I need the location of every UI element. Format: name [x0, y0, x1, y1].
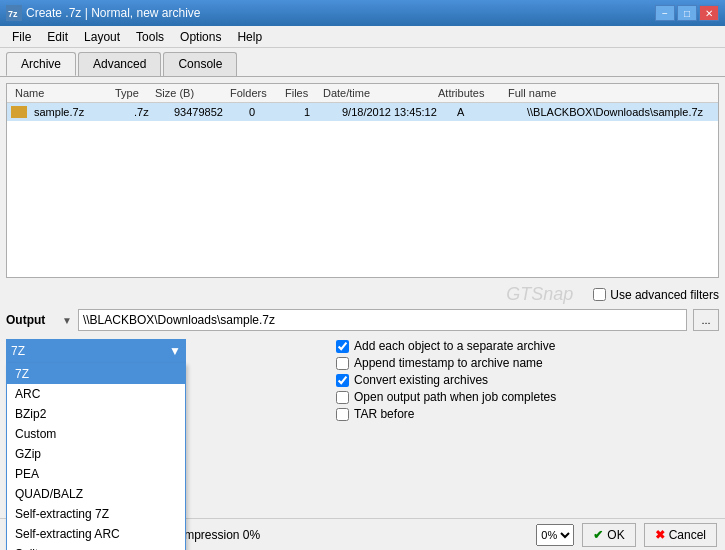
cancel-label: Cancel — [669, 528, 706, 542]
file-list-header: Name Type Size (B) Folders Files Date/ti… — [7, 84, 718, 103]
format-select-wrapper: 7Z ▼ 7Z ARC BZip2 Custom GZip PEA QUAD/B… — [6, 339, 186, 363]
checkbox-tarbefore[interactable] — [336, 408, 349, 421]
menu-file[interactable]: File — [4, 28, 39, 46]
output-label: Output — [6, 313, 56, 327]
tab-advanced[interactable]: Advanced — [78, 52, 161, 76]
output-arrow: ▼ — [62, 315, 72, 326]
compression-select[interactable]: 0% — [536, 524, 574, 546]
menu-help[interactable]: Help — [229, 28, 270, 46]
dropdown-item-pea[interactable]: PEA — [7, 464, 185, 484]
checkbox-label-separate: Add each object to a separate archive — [354, 339, 555, 353]
checkbox-openpath[interactable] — [336, 391, 349, 404]
dropdown-item-sfx7z[interactable]: Self-extracting 7Z — [7, 504, 185, 524]
file-list-container: Name Type Size (B) Folders Files Date/ti… — [6, 83, 719, 278]
dropdown-item-gzip[interactable]: GZip — [7, 444, 185, 464]
header-type: Type — [111, 86, 151, 100]
cell-name: sample.7z — [30, 105, 130, 119]
table-row[interactable]: sample.7z .7z 93479852 0 1 9/18/2012 13:… — [7, 103, 718, 121]
format-selected-value: 7Z — [11, 344, 25, 358]
ok-label: OK — [607, 528, 624, 542]
cell-type: .7z — [130, 105, 170, 119]
dropdown-item-custom[interactable]: Custom — [7, 424, 185, 444]
cell-fullname: \\BLACKBOX\Downloads\sample.7z — [523, 105, 714, 119]
cell-size: 93479852 — [170, 105, 245, 119]
dropdown-item-7z[interactable]: 7Z — [7, 364, 185, 384]
tab-bar: Archive Advanced Console — [0, 48, 725, 77]
checkbox-label-timestamp: Append timestamp to archive name — [354, 356, 543, 370]
tab-archive[interactable]: Archive — [6, 52, 76, 76]
checkbox-row-timestamp: Append timestamp to archive name — [336, 356, 719, 370]
header-size: Size (B) — [151, 86, 226, 100]
cell-folders: 0 — [245, 105, 300, 119]
menu-bar: File Edit Layout Tools Options Help — [0, 26, 725, 48]
dropdown-item-split[interactable]: Split — [7, 544, 185, 550]
dropdown-item-arc[interactable]: ARC — [7, 384, 185, 404]
cancel-x-icon: ✖ — [655, 528, 665, 542]
advanced-filters-text: Use advanced filters — [610, 288, 719, 302]
browse-button[interactable]: ... — [693, 309, 719, 331]
format-dropdown-list: 7Z ARC BZip2 Custom GZip PEA QUAD/BALZ S… — [6, 363, 186, 550]
checkbox-row-convert: Convert existing archives — [336, 373, 719, 387]
title-bar: 7z Create .7z | Normal, new archive − □ … — [0, 0, 725, 26]
file-icon — [11, 106, 27, 118]
cancel-button[interactable]: ✖ Cancel — [644, 523, 717, 547]
window-title: Create .7z | Normal, new archive — [26, 6, 201, 20]
checkbox-convert[interactable] — [336, 374, 349, 387]
minimize-button[interactable]: − — [655, 5, 675, 21]
advanced-filters-label[interactable]: Use advanced filters — [593, 288, 719, 302]
checkbox-row-openpath: Open output path when job completes — [336, 390, 719, 404]
header-files: Files — [281, 86, 319, 100]
close-button[interactable]: ✕ — [699, 5, 719, 21]
menu-options[interactable]: Options — [172, 28, 229, 46]
advanced-filters-checkbox[interactable] — [593, 288, 606, 301]
main-content: Name Type Size (B) Folders Files Date/ti… — [0, 77, 725, 519]
svg-text:7z: 7z — [8, 9, 18, 19]
format-dropdown-arrow: ▼ — [169, 344, 181, 358]
menu-layout[interactable]: Layout — [76, 28, 128, 46]
output-input[interactable] — [78, 309, 687, 331]
dropdown-item-sfxarc[interactable]: Self-extracting ARC — [7, 524, 185, 544]
watermark: GTSnap — [506, 284, 573, 305]
checkbox-separate[interactable] — [336, 340, 349, 353]
header-fullname: Full name — [504, 86, 714, 100]
window-controls: − □ ✕ — [655, 5, 719, 21]
header-folders: Folders — [226, 86, 281, 100]
ok-check-icon: ✔ — [593, 528, 603, 542]
menu-tools[interactable]: Tools — [128, 28, 172, 46]
app-icon: 7z — [6, 5, 22, 21]
header-name: Name — [11, 86, 111, 100]
dropdown-item-bzip2[interactable]: BZip2 — [7, 404, 185, 424]
header-datetime: Date/time — [319, 86, 434, 100]
format-dropdown-trigger[interactable]: 7Z ▼ — [6, 339, 186, 363]
output-row: Output ▼ ... — [6, 309, 719, 331]
checkbox-row-tarbefore: TAR before — [336, 407, 719, 421]
checkbox-label-convert: Convert existing archives — [354, 373, 488, 387]
cell-attributes: A — [453, 105, 523, 119]
dropdown-item-quadbalz[interactable]: QUAD/BALZ — [7, 484, 185, 504]
checkbox-timestamp[interactable] — [336, 357, 349, 370]
maximize-button[interactable]: □ — [677, 5, 697, 21]
menu-edit[interactable]: Edit — [39, 28, 76, 46]
tab-console[interactable]: Console — [163, 52, 237, 76]
checkbox-label-openpath: Open output path when job completes — [354, 390, 556, 404]
header-attributes: Attributes — [434, 86, 504, 100]
cell-files: 1 — [300, 105, 338, 119]
checkbox-row-separate: Add each object to a separate archive — [336, 339, 719, 353]
checkbox-label-tarbefore: TAR before — [354, 407, 414, 421]
cell-datetime: 9/18/2012 13:45:12 — [338, 105, 453, 119]
ok-button[interactable]: ✔ OK — [582, 523, 635, 547]
